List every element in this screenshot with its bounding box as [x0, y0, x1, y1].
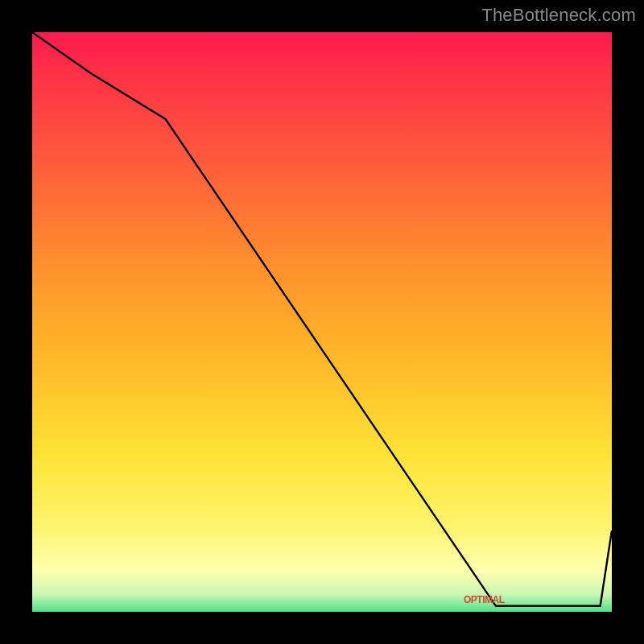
bottleneck-curve	[32, 32, 612, 606]
optimal-annotation: OPTIMAL	[464, 594, 505, 605]
attribution-text: TheBottleneck.com	[481, 5, 636, 26]
chart-svg: OPTIMAL	[32, 32, 612, 612]
chart-plot-area: OPTIMAL	[32, 32, 612, 612]
